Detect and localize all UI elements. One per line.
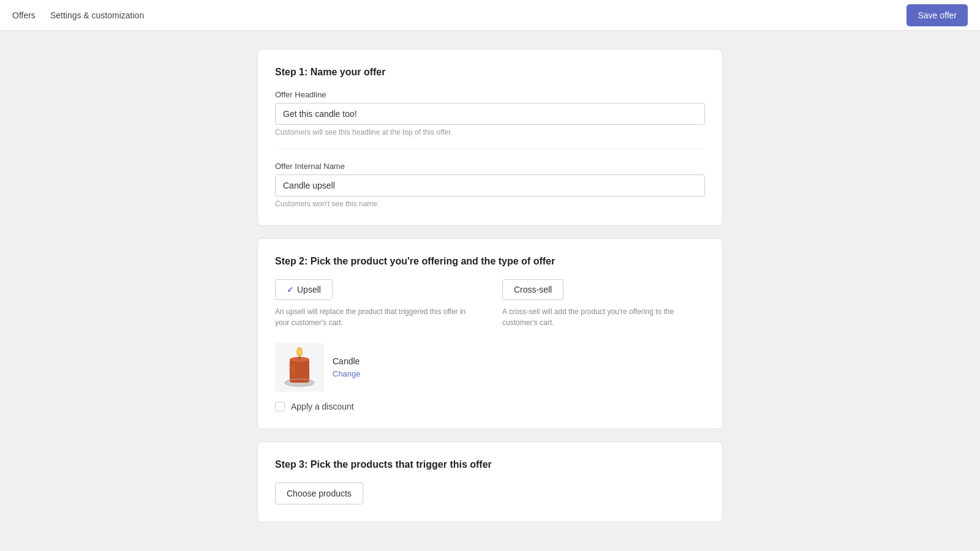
internal-name-input[interactable]: [275, 174, 705, 197]
product-info: Candle Change: [333, 356, 361, 378]
step2-title: Step 2: Pick the product you're offering…: [275, 256, 705, 267]
nav-links: Offers Settings & customization: [12, 10, 144, 20]
nav-link-offers[interactable]: Offers: [12, 10, 36, 20]
upsell-desc: An upsell will replace the product that …: [275, 306, 478, 328]
crosssell-desc: A cross-sell will add the product you're…: [502, 306, 705, 328]
headline-hint: Customers will see this headline at the …: [275, 128, 705, 137]
headline-group: Offer Headline Customers will see this h…: [275, 90, 705, 137]
discount-checkbox[interactable]: [275, 402, 285, 411]
headline-input[interactable]: [275, 103, 705, 125]
main-content: Step 1: Name your offer Offer Headline C…: [245, 31, 735, 551]
step1-card: Step 1: Name your offer Offer Headline C…: [257, 49, 723, 226]
product-image: [275, 343, 324, 392]
internal-name-hint: Customers won't see this name.: [275, 200, 705, 208]
save-offer-button[interactable]: Save offer: [907, 4, 968, 26]
step2-card: Step 2: Pick the product you're offering…: [257, 238, 723, 429]
product-name: Candle: [333, 356, 361, 366]
upsell-button[interactable]: ✓ Upsell: [275, 279, 333, 300]
crosssell-col: Cross-sell A cross-sell will add the pro…: [502, 279, 705, 328]
step1-title: Step 1: Name your offer: [275, 67, 705, 78]
internal-name-group: Offer Internal Name Customers won't see …: [275, 162, 705, 208]
crosssell-label: Cross-sell: [514, 285, 552, 294]
step3-title: Step 3: Pick the products that trigger t…: [275, 459, 705, 470]
upsell-col: ✓ Upsell An upsell will replace the prod…: [275, 279, 478, 328]
check-icon: ✓: [287, 285, 293, 294]
step3-card: Step 3: Pick the products that trigger t…: [257, 441, 723, 522]
choose-products-button[interactable]: Choose products: [275, 482, 363, 504]
offer-type-section: ✓ Upsell An upsell will replace the prod…: [275, 279, 705, 328]
internal-name-label: Offer Internal Name: [275, 162, 705, 171]
svg-rect-6: [292, 363, 295, 375]
headline-label: Offer Headline: [275, 90, 705, 99]
discount-label[interactable]: Apply a discount: [291, 402, 354, 411]
product-change-link[interactable]: Change: [333, 369, 361, 378]
top-navigation: Offers Settings & customization Save off…: [0, 0, 980, 31]
divider: [275, 149, 705, 149]
nav-link-settings[interactable]: Settings & customization: [50, 10, 144, 20]
product-row: Candle Change: [275, 343, 705, 392]
discount-row: Apply a discount: [275, 402, 705, 411]
candle-svg: [278, 346, 321, 389]
crosssell-button[interactable]: Cross-sell: [502, 279, 564, 300]
svg-point-5: [298, 350, 301, 356]
upsell-label: Upsell: [297, 285, 321, 294]
